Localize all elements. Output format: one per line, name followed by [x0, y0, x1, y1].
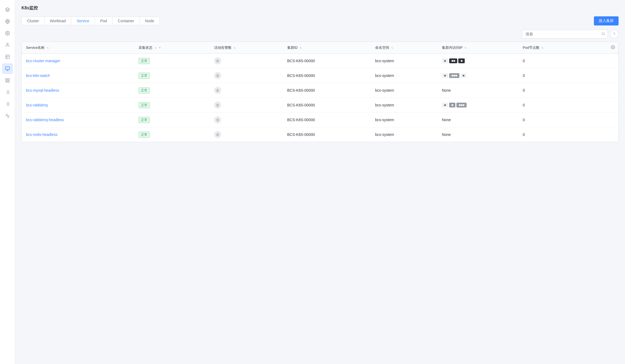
- help-button[interactable]: ?: [610, 30, 619, 38]
- namespace-cell: bcs-system: [371, 83, 438, 98]
- search-row: ?: [21, 30, 619, 38]
- service-name-cell: bcs-redis-headless: [22, 127, 134, 142]
- cluster-id-cell: BCS-K8S-00000: [283, 113, 371, 127]
- tab-workload[interactable]: Workload: [44, 17, 71, 25]
- sort-icon: ⇅: [391, 46, 393, 49]
- table-row: bcs-cluster-manager正常0BCS-K8S-00000bcs-s…: [22, 54, 618, 68]
- sidebar-item-user[interactable]: [2, 40, 13, 50]
- cluster-ip-cell: ■■■■: [438, 54, 519, 68]
- ip-tags: ■■■■: [442, 58, 514, 63]
- cluster-ip-cell: ■■■■■: [438, 68, 519, 83]
- sidebar-item-grid4[interactable]: [2, 110, 13, 121]
- tab-node[interactable]: Node: [140, 17, 159, 25]
- action-cell: [590, 83, 618, 98]
- service-link[interactable]: bcs-rabbitmq-headless: [26, 118, 64, 122]
- status-badge: 正常: [139, 58, 150, 64]
- svg-marker-0: [5, 8, 9, 10]
- tab-container[interactable]: Container: [113, 17, 140, 25]
- action-cell: [590, 54, 618, 68]
- sort-icon: ⇅: [155, 46, 157, 49]
- status-badge: 正常: [139, 102, 150, 108]
- table-header-row: Service名称 ⇅采集状态 ⇅ ▼活动告警数 ⇅集群ID ⇅命名空间 ⇅集群…: [22, 42, 618, 54]
- ip-tags: ■■■■■: [442, 73, 514, 78]
- status-badge: 正常: [139, 117, 150, 123]
- service-link[interactable]: bcs-cluster-manager: [26, 59, 60, 63]
- ip-tag: ■■■: [449, 73, 459, 78]
- filter-icon[interactable]: ▼: [158, 46, 161, 49]
- ip-tag: ■■■: [456, 103, 467, 107]
- svg-point-27: [602, 32, 604, 35]
- ip-tag: ■: [449, 103, 455, 107]
- svg-point-4: [7, 43, 8, 45]
- search-input[interactable]: [522, 30, 608, 38]
- join-cluster-button[interactable]: 接入集群: [594, 16, 619, 25]
- sort-icon: ⇅: [47, 46, 49, 49]
- pod-count-cell: 0: [519, 127, 590, 142]
- action-cell: [590, 113, 618, 127]
- pod-count-cell: 0: [519, 113, 590, 127]
- search-button[interactable]: [601, 32, 605, 36]
- svg-point-3: [7, 33, 8, 34]
- alerts-cell: 0: [210, 127, 283, 142]
- th-settings[interactable]: [590, 42, 618, 54]
- sidebar: [0, 0, 15, 364]
- service-link[interactable]: bcs-redis-headless: [26, 132, 58, 137]
- svg-rect-13: [8, 81, 9, 82]
- action-cell: [590, 98, 618, 113]
- th-namespace[interactable]: 命名空间 ⇅: [371, 42, 438, 54]
- namespace-cell: bcs-system: [371, 54, 438, 68]
- sidebar-item-layers[interactable]: [2, 4, 13, 15]
- alerts-cell: 0: [210, 54, 283, 68]
- action-cell: [590, 68, 618, 83]
- status-cell: 正常: [134, 127, 210, 142]
- status-cell: 正常: [134, 68, 210, 83]
- sort-icon: ⇅: [464, 46, 467, 49]
- sidebar-item-monitor[interactable]: [2, 63, 13, 74]
- sidebar-item-grid1[interactable]: [2, 75, 13, 86]
- sidebar-item-settings[interactable]: [2, 28, 13, 39]
- service-name-cell: bcs-cluster-manager: [22, 54, 134, 68]
- namespace-cell: bcs-system: [371, 127, 438, 142]
- page-title: K8s监控: [21, 5, 619, 11]
- th-status[interactable]: 采集状态 ⇅ ▼: [134, 42, 210, 54]
- service-link[interactable]: bcs-k8s-watch: [26, 73, 50, 78]
- cluster-id-cell: BCS-K8S-00000: [283, 127, 371, 142]
- tab-service[interactable]: Service: [71, 17, 95, 25]
- sidebar-item-globe[interactable]: [2, 16, 13, 27]
- table-row: bcs-k8s-watch正常0BCS-K8S-00000bcs-system■…: [22, 68, 618, 83]
- tab-pod[interactable]: Pod: [95, 17, 113, 25]
- table-row: bcs-rabbitmq-headless正常0BCS-K8S-00000bcs…: [22, 113, 618, 127]
- service-name-cell: bcs-k8s-watch: [22, 68, 134, 83]
- sidebar-item-grid2[interactable]: [2, 87, 13, 98]
- ip-tags: ■■■■■: [442, 103, 514, 107]
- ip-tag: ■: [458, 58, 464, 63]
- svg-rect-5: [6, 55, 9, 59]
- top-bar: ClusterWorkloadServicePodContainerNode 接…: [21, 16, 619, 25]
- cluster-ip-cell: None: [438, 127, 519, 142]
- th-clusterIp[interactable]: 集群内访问IP ⇅: [438, 42, 519, 54]
- service-name-cell: bcs-mysql-headless: [22, 83, 134, 98]
- service-link[interactable]: bcs-rabbitmq: [26, 103, 48, 107]
- svg-point-29: [612, 47, 613, 48]
- svg-rect-11: [6, 79, 7, 80]
- sidebar-item-list[interactable]: [2, 51, 13, 62]
- tab-cluster[interactable]: Cluster: [22, 17, 44, 25]
- table-row: bcs-redis-headless正常0BCS-K8S-00000bcs-sy…: [22, 127, 618, 142]
- cluster-ip-cell: None: [438, 83, 519, 98]
- alert-count-badge: 0: [214, 102, 221, 109]
- th-name[interactable]: Service名称 ⇅: [22, 42, 134, 54]
- sidebar-item-grid3[interactable]: [2, 99, 13, 109]
- th-alerts[interactable]: 活动告警数 ⇅: [210, 42, 283, 54]
- cluster-ip-cell: None: [438, 113, 519, 127]
- service-link[interactable]: bcs-mysql-headless: [26, 88, 59, 92]
- search-wrap: [522, 30, 608, 38]
- status-badge: 正常: [139, 132, 150, 138]
- pod-count-cell: 0: [519, 68, 590, 83]
- cluster-ip-cell: ■■■■■: [438, 98, 519, 113]
- sort-icon: ⇅: [233, 46, 236, 49]
- th-podCount[interactable]: Pod节点数 ⇅: [519, 42, 590, 54]
- th-clusterId[interactable]: 集群ID ⇅: [283, 42, 371, 54]
- pod-count-cell: 0: [519, 54, 590, 68]
- sort-icon: ⇅: [300, 46, 302, 49]
- cluster-id-cell: BCS-K8S-00000: [283, 83, 371, 98]
